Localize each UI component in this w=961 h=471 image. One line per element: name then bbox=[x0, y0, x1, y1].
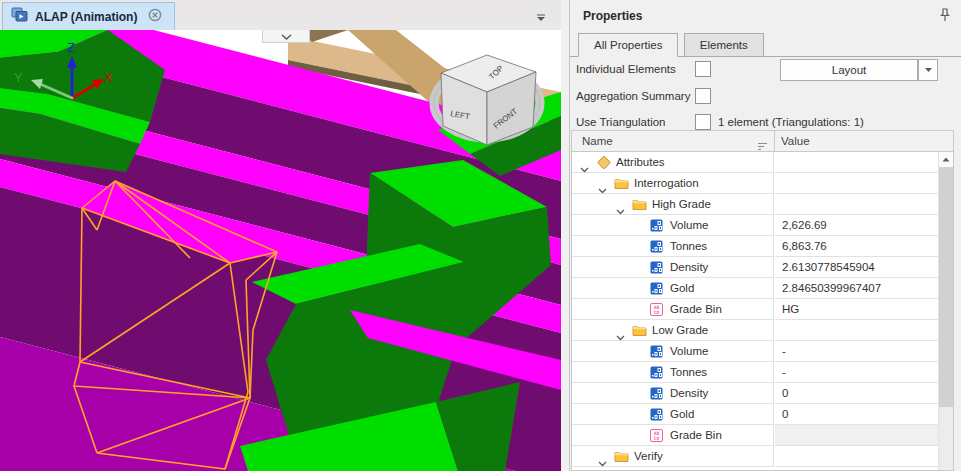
grid-row[interactable]: Volume2,626.69 bbox=[572, 215, 938, 236]
3d-viewport-canvas[interactable]: Z X Y TOP LEFT FRONT bbox=[0, 30, 561, 471]
row-name-cell[interactable]: Tonnes bbox=[572, 362, 774, 383]
scrollbar-thumb[interactable] bbox=[939, 167, 953, 407]
grid-row[interactable]: Volume- bbox=[572, 341, 938, 362]
row-label: Tonnes bbox=[670, 236, 707, 257]
folder-icon bbox=[614, 176, 629, 194]
3d-viewport[interactable]: Z X Y TOP LEFT FRONT bbox=[0, 30, 561, 471]
tab-list-dropdown-icon[interactable] bbox=[534, 9, 552, 23]
row-value-cell[interactable]: 2.84650399967407 bbox=[775, 278, 938, 299]
individual-elements-label: Individual Elements bbox=[576, 63, 676, 75]
row-label: Volume bbox=[670, 215, 708, 236]
grid-row[interactable]: Verify bbox=[572, 446, 938, 467]
row-value-cell[interactable] bbox=[775, 152, 938, 173]
row-label: Interrogation bbox=[634, 173, 699, 194]
row-value-cell[interactable]: HG bbox=[775, 299, 938, 320]
row-value-cell[interactable] bbox=[775, 173, 938, 194]
numeric-attribute-icon bbox=[650, 281, 663, 299]
row-name-cell[interactable]: Tonnes bbox=[572, 236, 774, 257]
document-tab-title: ALAP (Animation) bbox=[35, 10, 137, 24]
row-name-cell[interactable]: High Grade bbox=[572, 194, 774, 215]
scroll-up-button[interactable] bbox=[939, 152, 953, 167]
row-value-cell[interactable]: - bbox=[775, 341, 938, 362]
element-summary: 1 element (Triangulations: 1) bbox=[718, 116, 864, 128]
row-name-cell[interactable]: Attributes bbox=[572, 152, 774, 173]
row-value-cell[interactable]: 6,863.76 bbox=[775, 236, 938, 257]
row-value-cell[interactable] bbox=[775, 425, 938, 446]
svg-text:CD: CD bbox=[654, 310, 660, 315]
individual-elements-checkbox[interactable] bbox=[695, 61, 711, 77]
row-name-cell[interactable]: Gold bbox=[572, 278, 774, 299]
numeric-attribute-icon bbox=[650, 365, 663, 383]
row-value-cell[interactable] bbox=[775, 446, 938, 467]
numeric-attribute-icon bbox=[650, 260, 663, 278]
panel-title: Properties bbox=[583, 9, 642, 23]
axis-x-label: X bbox=[104, 70, 113, 85]
properties-tab-strip: All Properties Elements bbox=[570, 33, 961, 57]
chevron-down-icon bbox=[281, 30, 292, 45]
row-value-cell[interactable]: - bbox=[775, 362, 938, 383]
grid-row[interactable]: ABCDGrade Bin bbox=[572, 425, 938, 446]
row-value-cell[interactable] bbox=[775, 194, 938, 215]
row-name-cell[interactable]: Low Grade bbox=[572, 320, 774, 341]
grid-row[interactable]: Tonnes- bbox=[572, 362, 938, 383]
close-icon[interactable] bbox=[148, 8, 162, 26]
numeric-attribute-icon bbox=[650, 407, 663, 425]
aggregation-summary-checkbox[interactable] bbox=[695, 88, 711, 104]
scrollbar[interactable] bbox=[938, 152, 953, 470]
grid-row[interactable]: Low Grade bbox=[572, 320, 938, 341]
grid-row[interactable]: Interrogation bbox=[572, 173, 938, 194]
row-name-cell[interactable]: Volume bbox=[572, 341, 774, 362]
use-triangulation-checkbox[interactable] bbox=[695, 114, 711, 130]
row-label: High Grade bbox=[652, 194, 711, 215]
document-tab-bar: ALAP (Animation) bbox=[0, 0, 561, 30]
row-name-cell[interactable]: Interrogation bbox=[572, 173, 774, 194]
numeric-attribute-icon bbox=[650, 218, 663, 236]
row-name-cell[interactable]: Density bbox=[572, 383, 774, 404]
properties-panel: Properties All Properties Elements Indiv… bbox=[569, 0, 961, 471]
numeric-attribute-icon bbox=[650, 344, 663, 362]
folder-icon bbox=[632, 197, 647, 215]
row-name-cell[interactable]: Verify bbox=[572, 446, 774, 467]
tab-elements[interactable]: Elements bbox=[684, 33, 764, 57]
grid-row[interactable]: High Grade bbox=[572, 194, 938, 215]
grid-row[interactable]: Density0 bbox=[572, 383, 938, 404]
column-divider bbox=[774, 131, 775, 151]
aggregation-summary-label: Aggregation Summary bbox=[576, 90, 690, 102]
grid-row[interactable]: Tonnes6,863.76 bbox=[572, 236, 938, 257]
row-label: Grade Bin bbox=[670, 425, 722, 446]
row-value-cell[interactable]: 2.6130778545904 bbox=[775, 257, 938, 278]
expander-chevron-icon[interactable] bbox=[598, 453, 607, 470]
row-label: Tonnes bbox=[670, 362, 707, 383]
row-label: Grade Bin bbox=[670, 299, 722, 320]
grid-row[interactable]: Density2.6130778545904 bbox=[572, 257, 938, 278]
attribute-tag-icon bbox=[596, 155, 612, 174]
grid-row[interactable]: ABCDGrade BinHG bbox=[572, 299, 938, 320]
row-value-cell[interactable]: 2,626.69 bbox=[775, 215, 938, 236]
properties-grid: Name Value AttributesInterrogationHigh G… bbox=[571, 130, 954, 471]
column-header-value[interactable]: Value bbox=[781, 131, 901, 151]
row-name-cell[interactable]: ABCDGrade Bin bbox=[572, 425, 774, 446]
grid-body: AttributesInterrogationHigh GradeVolume2… bbox=[572, 152, 938, 470]
row-value-cell[interactable]: 0 bbox=[775, 383, 938, 404]
row-value-cell[interactable]: 0 bbox=[775, 404, 938, 425]
column-header-name[interactable]: Name bbox=[582, 131, 762, 151]
document-tab-alap[interactable]: ALAP (Animation) bbox=[2, 2, 175, 30]
tab-all-properties[interactable]: All Properties bbox=[578, 33, 678, 57]
axis-z-label: Z bbox=[67, 40, 75, 55]
grid-row[interactable]: Gold0 bbox=[572, 404, 938, 425]
row-name-cell[interactable]: Density bbox=[572, 257, 774, 278]
row-name-cell[interactable]: Volume bbox=[572, 215, 774, 236]
layout-button[interactable]: Layout bbox=[780, 59, 918, 81]
animation-document-icon bbox=[11, 7, 28, 26]
layout-dropdown-button[interactable] bbox=[918, 59, 938, 81]
row-label: Low Grade bbox=[652, 320, 708, 341]
grid-row[interactable]: Gold2.84650399967407 bbox=[572, 278, 938, 299]
row-label: Density bbox=[670, 383, 708, 404]
pin-icon[interactable] bbox=[939, 8, 951, 22]
collapsed-panel-tab[interactable] bbox=[262, 30, 310, 43]
row-value-cell[interactable] bbox=[775, 320, 938, 341]
folder-icon bbox=[614, 449, 629, 467]
row-name-cell[interactable]: ABCDGrade Bin bbox=[572, 299, 774, 320]
grid-row[interactable]: Attributes bbox=[572, 152, 938, 173]
row-name-cell[interactable]: Gold bbox=[572, 404, 774, 425]
